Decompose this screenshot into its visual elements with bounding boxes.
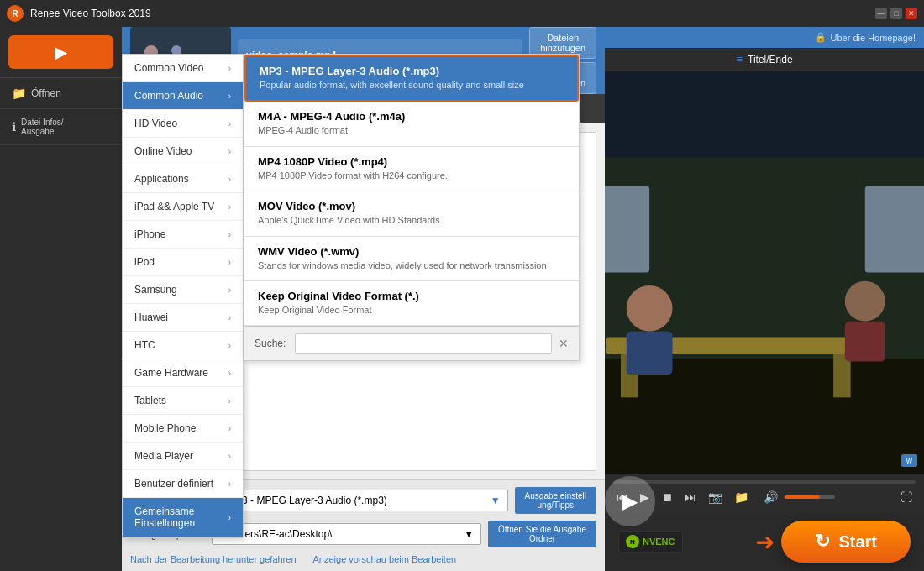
volume-slider[interactable]: [785, 495, 835, 499]
menu-arrow-huawei: ›: [228, 313, 231, 322]
format-dropdown-arrow: ▼: [491, 495, 501, 506]
menu-item-huawei[interactable]: Huawei›: [123, 304, 243, 332]
menu-label-iphone: iPhone: [134, 228, 165, 240]
menu-item-hd-video[interactable]: HD Video›: [123, 110, 243, 138]
search-label: Suche:: [255, 338, 288, 349]
menu-label-ipad-apple-tv: iPad && Apple TV: [134, 201, 214, 212]
menu-arrow-iphone: ›: [228, 230, 231, 239]
preview-link[interactable]: Anzeige vorschau beim Bearbeiten: [313, 554, 457, 564]
menu-item-ipod[interactable]: iPod›: [123, 249, 243, 276]
submenu-item-mp4-1080p[interactable]: MP4 1080P Video (*.mp4) MP4 1080P Video …: [244, 147, 579, 191]
nvenc-badge: N NVENC: [618, 531, 683, 553]
menu-item-online-video[interactable]: Online Video›: [123, 138, 243, 165]
menu-label-media-player: Media Player: [134, 450, 193, 462]
menu-arrow-ipad-apple-tv: ›: [228, 202, 231, 212]
folder-input[interactable]: C:\Users\RE-ac\Desktop\ ▼: [212, 523, 481, 545]
volume-fill: [785, 495, 820, 499]
submenu-item-mov[interactable]: MOV Video (*.mov) Apple's QuickTime Vide…: [244, 191, 579, 236]
start-button[interactable]: ↻ Start: [781, 521, 911, 563]
sidebar-info-label: Datei Infos/Ausgabe: [21, 118, 64, 136]
volume-icon[interactable]: 🔊: [760, 489, 781, 506]
menu-label-applications: Applications: [134, 173, 189, 185]
close-button[interactable]: ✕: [906, 8, 917, 19]
submenu-desc-m4a: MPEG-4 Audio format: [258, 124, 565, 137]
menu-item-benutzer[interactable]: Benutzer definiert›: [123, 470, 243, 498]
fullscreen-button[interactable]: ⛶: [897, 489, 916, 506]
menu-arrow-common-settings: ›: [228, 513, 231, 522]
menu-item-ipad-apple-tv[interactable]: iPad && Apple TV›: [123, 193, 243, 221]
submenu-title-wmv: WMV Video (*.wmv): [258, 245, 565, 258]
format-menu-panel: Common Video›Common Audio›HD Video›Onlin…: [122, 54, 244, 538]
video-area: ▶ w: [605, 71, 924, 474]
menu-item-htc[interactable]: HTC›: [123, 332, 243, 359]
volume-control: 🔊: [760, 489, 835, 506]
progress-bar[interactable]: [613, 480, 916, 484]
clear-search-button[interactable]: ✕: [559, 337, 569, 350]
svg-rect-18: [605, 71, 924, 474]
stop-button[interactable]: ⏹: [658, 489, 676, 506]
sidebar-item-open[interactable]: 📁 Öffnen: [0, 78, 122, 109]
menu-arrow-common-video: ›: [228, 64, 231, 73]
menu-item-common-audio[interactable]: Common Audio›: [123, 82, 243, 110]
menu-label-common-settings: Gemeinsame Einstellungen: [134, 506, 228, 529]
output-settings-button[interactable]: Ausgabe einstellung/Tipps: [515, 487, 596, 514]
menu-label-htc: HTC: [134, 339, 155, 351]
menu-item-common-video[interactable]: Common Video›: [123, 55, 243, 82]
after-process-link[interactable]: Nach der Bearbeitung herunter gefahren: [130, 554, 297, 564]
menu-label-game-hardware: Game Hardware: [134, 367, 208, 379]
menu-item-mobile-phone[interactable]: Mobile Phone›: [123, 415, 243, 443]
sidebar: ▶ 📁 Öffnen ℹ Datei Infos/Ausgabe: [0, 27, 122, 571]
menu-arrow-hd-video: ›: [228, 119, 231, 128]
submenu-item-mp3[interactable]: MP3 - MPEG Layer-3 Audio (*.mp3) Popular…: [244, 55, 579, 102]
menu-item-game-hardware[interactable]: Game Hardware›: [123, 359, 243, 387]
menu-arrow-samsung: ›: [228, 286, 231, 295]
video-titlebar: ≡ Titel/Ende: [605, 48, 924, 71]
format-submenu-panel: MP3 - MPEG Layer-3 Audio (*.mp3) Popular…: [244, 54, 580, 361]
search-input[interactable]: [295, 333, 552, 354]
menu-arrow-media-player: ›: [228, 452, 231, 461]
top-bar-right: 🔒 Über die Homepage!: [605, 27, 924, 48]
start-area: ➜ ↻ Start: [755, 521, 911, 563]
lock-icon: 🔒: [815, 32, 827, 43]
submenu-item-original[interactable]: Keep Original Video Format (*.) Keep Ori…: [244, 281, 579, 326]
submenu-search-bar: Suche: ✕: [244, 326, 579, 360]
submenu-title-mov: MOV Video (*.mov): [258, 200, 565, 212]
menu-item-iphone[interactable]: iPhone›: [123, 221, 243, 249]
submenu-desc-mp4-1080p: MP4 1080P Video format with H264 configu…: [258, 170, 565, 182]
menu-item-tablets[interactable]: Tablets›: [123, 387, 243, 415]
forward-button[interactable]: ⏭: [681, 489, 700, 506]
menu-item-applications[interactable]: Applications›: [123, 165, 243, 193]
menu-arrow-common-audio: ›: [228, 92, 231, 101]
submenu-title-mp4-1080p: MP4 1080P Video (*.mp4): [258, 155, 565, 168]
submenu-desc-mp3: Popular audio format, with excellent sou…: [260, 79, 564, 92]
menu-item-media-player[interactable]: Media Player›: [123, 443, 243, 470]
submenu-item-wmv[interactable]: WMV Video (*.wmv) Stands for windows med…: [244, 237, 579, 281]
submenu-desc-mov: Apple's QuickTime Video with HD Standard…: [258, 214, 565, 227]
screenshot-button[interactable]: 📷: [705, 489, 726, 506]
app-title: Renee Video Toolbox 2019: [30, 8, 151, 19]
submenu-item-m4a[interactable]: M4A - MPEG-4 Audio (*.m4a) MPEG-4 Audio …: [244, 102, 579, 146]
menu-arrow-applications: ›: [228, 175, 231, 184]
menu-label-hd-video: HD Video: [134, 118, 177, 129]
watermark: w: [901, 454, 917, 467]
minimize-button[interactable]: —: [875, 8, 887, 19]
maximize-button[interactable]: □: [890, 8, 902, 19]
menu-label-common-video: Common Video: [134, 62, 204, 74]
play-button[interactable]: ▶: [605, 476, 655, 526]
app-body: ▶ 📁 Öffnen ℹ Datei Infos/Ausgabe: [0, 27, 924, 571]
submenu-desc-original: Keep Original Video Format: [258, 304, 565, 317]
menu-label-benutzer: Benutzer definiert: [134, 478, 213, 490]
sidebar-item-info[interactable]: ℹ Datei Infos/Ausgabe: [0, 109, 122, 145]
center-content: video_sample.mp4 1920×1080 | 00:01:23 Da…: [122, 27, 605, 571]
open-folder-video-button[interactable]: 📁: [731, 489, 752, 506]
app-logo: R: [7, 5, 24, 22]
menu-arrow-mobile-phone: ›: [228, 424, 231, 433]
menu-item-samsung[interactable]: Samsung›: [123, 276, 243, 304]
format-select[interactable]: MP3 - MPEG Layer-3 Audio (*.mp3) ▼: [219, 490, 508, 511]
menu-label-tablets: Tablets: [134, 395, 166, 406]
refresh-icon: ↻: [815, 531, 830, 553]
homepage-link[interactable]: 🔒 Über die Homepage!: [815, 32, 916, 43]
open-folder-button[interactable]: Öffnen Sie die AusgabeOrdner: [488, 521, 596, 547]
menu-item-common-settings[interactable]: Gemeinsame Einstellungen›: [123, 498, 243, 537]
window-controls[interactable]: — □ ✕: [875, 8, 917, 19]
